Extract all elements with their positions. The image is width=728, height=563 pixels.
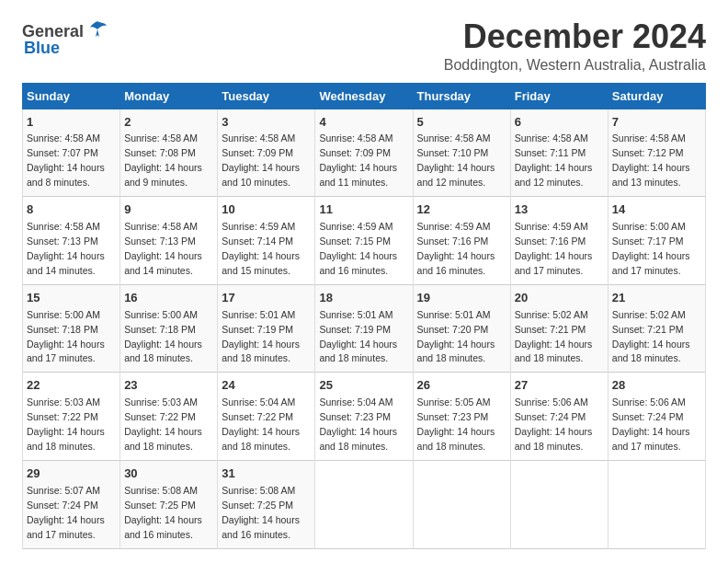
- day-number: 8: [27, 201, 116, 219]
- calendar-cell: 1Sunrise: 4:58 AMSunset: 7:07 PMDaylight…: [23, 109, 120, 197]
- day-number: 27: [515, 377, 604, 395]
- day-info: Sunrise: 5:05 AMSunset: 7:23 PMDaylight:…: [417, 396, 495, 452]
- day-number: 21: [612, 290, 701, 307]
- calendar-cell: 21Sunrise: 5:02 AMSunset: 7:21 PMDayligh…: [608, 284, 705, 373]
- header-monday: Monday: [120, 83, 218, 109]
- calendar-week-row: 22Sunrise: 5:03 AMSunset: 7:22 PMDayligh…: [23, 373, 706, 461]
- logo: General Blue: [22, 18, 108, 58]
- calendar-cell: 7Sunrise: 4:58 AMSunset: 7:12 PMDaylight…: [608, 109, 705, 197]
- day-number: 30: [124, 465, 213, 483]
- day-number: 20: [515, 290, 604, 307]
- header-friday: Friday: [510, 83, 608, 109]
- day-number: 18: [319, 290, 408, 307]
- day-number: 26: [417, 377, 506, 395]
- calendar-cell: [315, 460, 413, 548]
- calendar-cell: 26Sunrise: 5:05 AMSunset: 7:23 PMDayligh…: [413, 373, 510, 461]
- day-number: 17: [222, 290, 311, 307]
- month-title: December 2024: [444, 18, 706, 55]
- calendar-cell: 15Sunrise: 5:00 AMSunset: 7:18 PMDayligh…: [23, 284, 120, 373]
- day-info: Sunrise: 5:08 AMSunset: 7:25 PMDaylight:…: [124, 485, 202, 540]
- day-number: 5: [417, 114, 506, 132]
- day-number: 29: [27, 465, 116, 483]
- calendar-cell: 31Sunrise: 5:08 AMSunset: 7:25 PMDayligh…: [218, 460, 315, 548]
- day-info: Sunrise: 4:58 AMSunset: 7:11 PMDaylight:…: [515, 132, 593, 188]
- day-info: Sunrise: 4:58 AMSunset: 7:08 PMDaylight:…: [124, 132, 202, 188]
- calendar-cell: 22Sunrise: 5:03 AMSunset: 7:22 PMDayligh…: [23, 373, 120, 461]
- day-number: 13: [515, 201, 604, 219]
- header-sunday: Sunday: [23, 83, 120, 109]
- day-number: 28: [612, 377, 701, 395]
- location-subtitle: Boddington, Western Australia, Australia: [444, 57, 706, 74]
- day-info: Sunrise: 4:59 AMSunset: 7:15 PMDaylight:…: [319, 221, 397, 276]
- logo-blue: Blue: [24, 39, 60, 58]
- day-info: Sunrise: 5:04 AMSunset: 7:22 PMDaylight:…: [222, 396, 300, 452]
- day-info: Sunrise: 5:02 AMSunset: 7:21 PMDaylight:…: [515, 309, 593, 364]
- calendar-cell: 28Sunrise: 5:06 AMSunset: 7:24 PMDayligh…: [608, 373, 705, 461]
- day-info: Sunrise: 4:59 AMSunset: 7:14 PMDaylight:…: [222, 221, 300, 276]
- calendar-cell: 27Sunrise: 5:06 AMSunset: 7:24 PMDayligh…: [510, 373, 608, 461]
- day-number: 22: [27, 377, 116, 395]
- day-number: 24: [222, 377, 311, 395]
- day-info: Sunrise: 5:04 AMSunset: 7:23 PMDaylight:…: [319, 396, 397, 452]
- header-tuesday: Tuesday: [218, 83, 315, 109]
- calendar-cell: 4Sunrise: 4:58 AMSunset: 7:09 PMDaylight…: [315, 109, 413, 197]
- day-info: Sunrise: 5:06 AMSunset: 7:24 PMDaylight:…: [515, 396, 593, 452]
- day-info: Sunrise: 5:03 AMSunset: 7:22 PMDaylight:…: [124, 396, 202, 452]
- day-number: 3: [222, 114, 311, 132]
- day-info: Sunrise: 4:58 AMSunset: 7:09 PMDaylight:…: [319, 132, 397, 188]
- day-number: 16: [124, 290, 213, 307]
- calendar-week-row: 8Sunrise: 4:58 AMSunset: 7:13 PMDaylight…: [23, 197, 706, 285]
- header: General Blue December 2024 Boddington, W…: [22, 18, 706, 74]
- day-number: 1: [27, 114, 116, 132]
- day-info: Sunrise: 5:07 AMSunset: 7:24 PMDaylight:…: [27, 485, 105, 540]
- day-info: Sunrise: 4:58 AMSunset: 7:09 PMDaylight:…: [222, 132, 300, 188]
- calendar-cell: [413, 460, 510, 548]
- calendar-cell: 8Sunrise: 4:58 AMSunset: 7:13 PMDaylight…: [23, 197, 120, 285]
- day-info: Sunrise: 5:01 AMSunset: 7:19 PMDaylight:…: [222, 309, 300, 364]
- calendar-cell: 10Sunrise: 4:59 AMSunset: 7:14 PMDayligh…: [218, 197, 315, 285]
- header-wednesday: Wednesday: [315, 83, 413, 109]
- day-info: Sunrise: 5:06 AMSunset: 7:24 PMDaylight:…: [612, 396, 690, 452]
- day-info: Sunrise: 5:02 AMSunset: 7:21 PMDaylight:…: [612, 309, 690, 364]
- day-number: 9: [124, 201, 213, 219]
- day-info: Sunrise: 5:00 AMSunset: 7:17 PMDaylight:…: [612, 221, 690, 276]
- calendar-cell: 12Sunrise: 4:59 AMSunset: 7:16 PMDayligh…: [413, 197, 510, 285]
- day-info: Sunrise: 5:03 AMSunset: 7:22 PMDaylight:…: [27, 396, 105, 452]
- calendar-cell: 23Sunrise: 5:03 AMSunset: 7:22 PMDayligh…: [120, 373, 218, 461]
- calendar-cell: 13Sunrise: 4:59 AMSunset: 7:16 PMDayligh…: [510, 197, 608, 285]
- day-info: Sunrise: 4:58 AMSunset: 7:10 PMDaylight:…: [417, 132, 495, 188]
- day-info: Sunrise: 4:58 AMSunset: 7:13 PMDaylight:…: [124, 221, 202, 276]
- calendar-cell: 11Sunrise: 4:59 AMSunset: 7:15 PMDayligh…: [315, 197, 413, 285]
- day-number: 14: [612, 201, 701, 219]
- calendar-cell: 18Sunrise: 5:01 AMSunset: 7:19 PMDayligh…: [315, 284, 413, 373]
- day-info: Sunrise: 5:01 AMSunset: 7:20 PMDaylight:…: [417, 309, 495, 364]
- day-number: 4: [319, 114, 408, 132]
- day-number: 11: [319, 201, 408, 219]
- calendar-cell: 25Sunrise: 5:04 AMSunset: 7:23 PMDayligh…: [315, 373, 413, 461]
- day-info: Sunrise: 5:01 AMSunset: 7:19 PMDaylight:…: [319, 309, 397, 364]
- calendar-cell: [608, 460, 705, 548]
- day-info: Sunrise: 4:58 AMSunset: 7:07 PMDaylight:…: [27, 132, 105, 188]
- calendar-cell: 2Sunrise: 4:58 AMSunset: 7:08 PMDaylight…: [120, 109, 218, 197]
- day-info: Sunrise: 5:00 AMSunset: 7:18 PMDaylight:…: [27, 309, 105, 364]
- calendar-cell: [510, 460, 608, 548]
- day-info: Sunrise: 5:08 AMSunset: 7:25 PMDaylight:…: [222, 485, 300, 540]
- day-number: 7: [612, 114, 701, 132]
- day-number: 12: [417, 201, 506, 219]
- day-number: 19: [417, 290, 506, 307]
- day-number: 23: [124, 377, 213, 395]
- calendar-cell: 20Sunrise: 5:02 AMSunset: 7:21 PMDayligh…: [510, 284, 608, 373]
- day-info: Sunrise: 4:59 AMSunset: 7:16 PMDaylight:…: [515, 221, 593, 276]
- logo-bird-icon: [86, 18, 108, 44]
- calendar-cell: 6Sunrise: 4:58 AMSunset: 7:11 PMDaylight…: [510, 109, 608, 197]
- day-info: Sunrise: 4:58 AMSunset: 7:12 PMDaylight:…: [612, 132, 690, 188]
- calendar-cell: 29Sunrise: 5:07 AMSunset: 7:24 PMDayligh…: [23, 460, 120, 548]
- header-thursday: Thursday: [413, 83, 510, 109]
- day-number: 25: [319, 377, 408, 395]
- calendar-cell: 24Sunrise: 5:04 AMSunset: 7:22 PMDayligh…: [218, 373, 315, 461]
- calendar-cell: 16Sunrise: 5:00 AMSunset: 7:18 PMDayligh…: [120, 284, 218, 373]
- calendar-cell: 30Sunrise: 5:08 AMSunset: 7:25 PMDayligh…: [120, 460, 218, 548]
- calendar-table: SundayMondayTuesdayWednesdayThursdayFrid…: [22, 83, 706, 549]
- calendar-cell: 17Sunrise: 5:01 AMSunset: 7:19 PMDayligh…: [218, 284, 315, 373]
- calendar-cell: 3Sunrise: 4:58 AMSunset: 7:09 PMDaylight…: [218, 109, 315, 197]
